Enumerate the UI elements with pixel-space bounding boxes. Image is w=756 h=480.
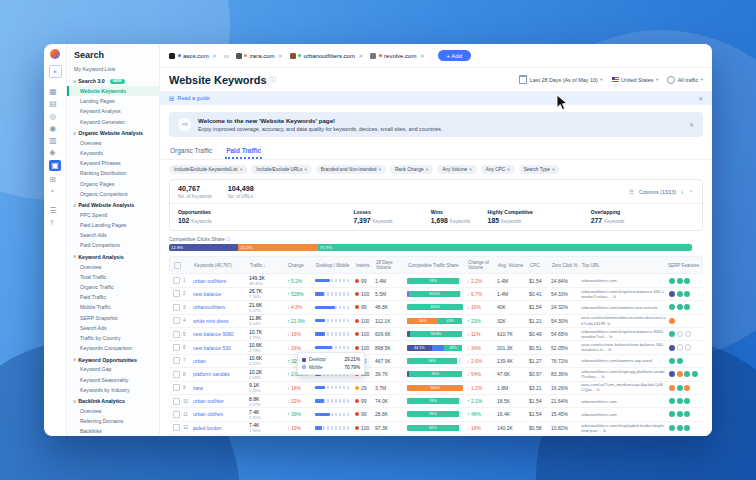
sidebar-item-keyword-analysis[interactable]: Keyword Analysis [67,106,159,116]
filter-chip-branded-and-non-branded[interactable]: Branded and Non-branded ▾ [316,165,386,174]
top-url-link[interactable]: urbanoutfitters.com/womens-new-arrivals [581,305,669,310]
pages-icon[interactable]: ▥ [49,136,61,145]
sidebar-section-5[interactable]: ∨Backlink Analytics [67,395,159,406]
column-header[interactable]: Intents [356,263,376,268]
sidebar-item-overview[interactable]: Overview [67,262,159,272]
top-url-link[interactable]: urbanoutfitters.com/shop/jaded-london-bo… [581,423,669,434]
remove-site-icon[interactable]: ✕ [212,53,217,59]
row-checkbox[interactable] [173,398,180,405]
insights-icon[interactable]: ◉ [49,124,61,133]
row-checkbox[interactable] [173,277,180,284]
expand-icon[interactable]: ＋ [689,188,695,195]
info-icon[interactable]: ⓘ [226,237,231,242]
column-header[interactable]: Avg. Volume [498,263,530,268]
sidebar-item-overview[interactable]: Overview [67,138,159,148]
sidebar-item-overview[interactable]: Overview [67,406,159,416]
remove-site-icon[interactable]: ✕ [358,53,363,59]
sidebar-item-keywords-comparison[interactable]: Keywords Comparison [67,343,159,353]
keyword-link[interactable]: urban outfitters [193,278,249,284]
row-checkbox[interactable] [173,371,180,378]
remove-site-icon[interactable]: ✕ [420,53,425,59]
filter-chip-include-exclude-keywords-list[interactable]: Include/Exclude Keywords/List ▾ [169,165,247,174]
sidebar-item-ppc-spend[interactable]: PPC Spend [67,210,159,220]
tab-paid-traffic[interactable]: Paid Traffic [225,144,262,160]
header-checkbox[interactable] [174,262,181,269]
keyword-link[interactable]: urban outfitter [193,398,249,404]
usage-icon[interactable]: ◔ [49,187,61,196]
desktop-mobile-cell[interactable] [315,292,355,296]
keyword-link[interactable]: white mini dress [193,318,249,324]
rank-tracker-icon[interactable]: ◎ [49,112,61,121]
sidebar-item-paid-landing-pages[interactable]: Paid Landing Pages [67,220,159,230]
row-checkbox[interactable] [173,344,180,351]
desktop-mobile-cell[interactable] [315,332,355,336]
sidebar-section-3[interactable]: ∨Keyword Analysis [67,251,159,262]
sidebar-item-search-ads[interactable]: Search Ads [67,230,159,240]
add-module-icon[interactable]: ⊞ [49,175,61,184]
sidebar-item-mobile-traffic[interactable]: Mobile Traffic [67,302,159,312]
desktop-mobile-cell[interactable] [315,426,355,430]
sidebar-item-keywords-by-industry[interactable]: Keywords by Industry [67,385,159,395]
filter-chip-include-exclude-urls[interactable]: Include/Exclude URLs ▾ [251,165,312,174]
column-header[interactable]: Desktop / Mobile [316,263,356,268]
top-url-link[interactable]: urbanoutfitters.com/shop/ugg-platform-sa… [581,369,669,380]
keyword-link[interactable]: new balance [193,291,249,297]
column-header[interactable]: Competitive Traffic Share [408,263,468,268]
info-icon[interactable]: ⓘ [270,75,276,84]
top-url-link[interactable]: asos.com/us/women/dresses/mini-dresses/c… [581,315,669,326]
top-url-link[interactable]: urbanoutfitters.com/shop/new-balance-530… [581,289,669,300]
filter-chip-search-type[interactable]: Search Type ▾ [519,165,560,174]
keyword-link[interactable]: urbanoutfitters [193,304,249,310]
apps-icon[interactable]: ◈ [49,148,61,157]
sidebar-section-0[interactable]: ∨Search 3.0NEW [67,75,159,86]
row-checkbox[interactable] [173,357,180,364]
sidebar-section-4[interactable]: ∨Keyword Opportunities [67,353,159,364]
desktop-mobile-cell[interactable] [315,306,355,310]
menu-icon[interactable]: ☰ [49,206,61,215]
reports-icon[interactable]: ▤ [49,99,61,108]
row-checkbox[interactable] [173,411,180,418]
desktop-mobile-cell[interactable] [315,386,355,390]
column-header[interactable]: 28 Days Volume [376,260,408,270]
sidebar-item-organic-traffic[interactable]: Organic Traffic [67,282,159,292]
sidebar-item-paid-traffic[interactable]: Paid Traffic [67,292,159,302]
filter-chip-rank-change[interactable]: Rank Change ▾ [390,165,433,174]
sidebar-item-keyword-gap[interactable]: Keyword Gap [67,364,159,374]
sidebar-item-total-traffic[interactable]: Total Traffic [67,272,159,282]
keyword-link[interactable]: new balance 530 [193,345,249,351]
sidebar-item-organic-pages[interactable]: Organic Pages [67,178,159,188]
close-icon[interactable]: ✕ [689,121,694,128]
column-header[interactable]: Change [288,263,316,268]
desktop-mobile-cell[interactable] [315,346,355,350]
row-checkbox[interactable] [173,424,180,431]
sidebar-item-referring-domains[interactable]: Referring Domains [67,416,159,426]
help-icon[interactable]: ? [49,218,61,227]
sidebar-item-keyword-seasonality[interactable]: Keyword Seasonality [67,374,159,384]
sidebar-item-search-ads[interactable]: Search Ads [67,323,159,333]
keyword-link[interactable]: new balance 9060 [193,331,249,337]
column-header[interactable]: Change of Volume [468,260,498,270]
sidebar-item-serp-snapshot[interactable]: SERP Snapshot [67,313,159,323]
filter-chip-any-cpc[interactable]: Any CPC ▾ [481,165,515,174]
column-header[interactable]: Traffic ↓ [250,263,288,268]
sidebar-item-website-keywords[interactable]: Website Keywords [67,86,159,96]
close-icon[interactable]: ✕ [698,95,703,102]
column-header[interactable]: SERP Features [668,263,702,268]
top-url-link[interactable]: urbanoutfitters.com/womens-top-rated [581,358,669,363]
row-checkbox[interactable] [173,304,180,311]
sidebar-item-ranking-distribution[interactable]: Ranking Distribution [67,168,159,178]
remove-site-icon[interactable]: ✕ [278,53,283,59]
sidebar-item-traffic-by-country[interactable]: Traffic by Country [67,333,159,343]
keyword-link[interactable]: jaded london [193,425,249,431]
columns-selector[interactable]: Columns (13/13) [639,189,676,195]
keyword-link[interactable]: platform sandals [193,371,249,377]
row-checkbox[interactable] [173,317,180,324]
tab-organic-traffic[interactable]: Organic Traffic [169,144,213,160]
filter-chip-any-volume[interactable]: Any Volume ▾ [437,165,477,174]
column-header[interactable]: Top URL [582,263,668,268]
add-website-button[interactable]: + Add [438,50,472,61]
column-header[interactable]: Zero Click % [552,263,582,268]
desktop-mobile-cell[interactable] [315,399,355,403]
sidebar-item-my-keyword-lists[interactable]: My Keyword Lists [67,64,159,75]
row-checkbox[interactable] [173,384,180,391]
